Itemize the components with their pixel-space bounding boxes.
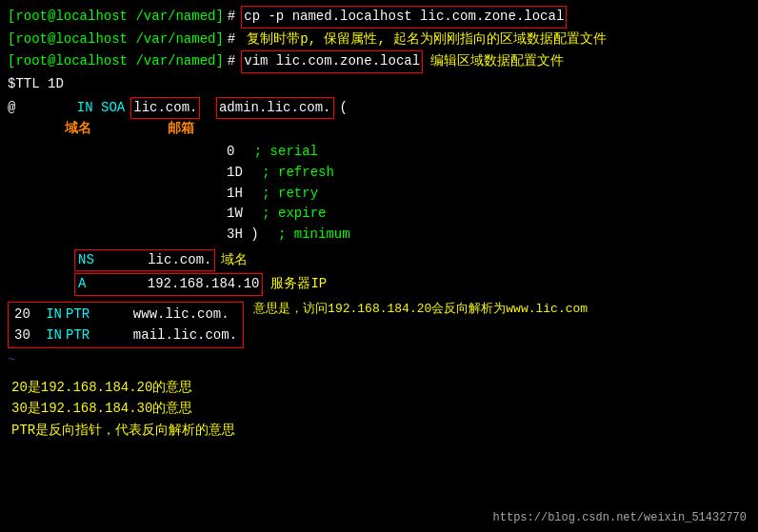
comment-2: 复制时带p, 保留属性, 起名为刚刚指向的区域数据配置文件 [247, 30, 607, 50]
terminal-window: [root@localhost /var/named] # cp -p name… [0, 0, 758, 446]
soa-line: @ IN SOA lic.com. admin.lic.com. ( [8, 97, 750, 120]
ns-value: lic.com. [148, 252, 211, 267]
minimum-num: 3H ) [227, 227, 259, 242]
hash-2: # [228, 30, 235, 50]
hash-3: # [228, 51, 235, 72]
soa-space [204, 98, 211, 119]
expire-row: 1W ; expire [227, 204, 750, 225]
exp-line-3: PTR是反向指针，代表反向解析的意思 [11, 420, 750, 441]
soa-email: admin.lic.com. [216, 97, 334, 120]
ptr-space-2a [34, 325, 42, 346]
minimum-row: 3H ) ; minimum [227, 225, 750, 246]
line-cmd3: [root@localhost /var/named] # vim lic.co… [8, 50, 750, 73]
a-value: 192.168.184.10 [148, 276, 260, 291]
ptr-in-2: IN [46, 325, 62, 346]
ptr-line-1: 20 IN PTR www.lic.com. [14, 305, 237, 325]
serial-num: 0 [227, 144, 234, 159]
retry-comment: ; retry [262, 186, 318, 201]
cmd-highlight-1: cp -p named.localhost lic.com.zone.local [241, 6, 567, 29]
prompt-2: [root@localhost /var/named] [8, 30, 224, 50]
ptr-in-1: IN [46, 305, 62, 325]
prompt-1: [root@localhost /var/named] [8, 7, 224, 28]
ptr-space-2b [97, 325, 130, 346]
soa-keyword: IN SOA [77, 98, 125, 119]
ns-keyword-box: NS lic.com. [74, 249, 215, 272]
label-mailbox: 邮箱 [168, 119, 194, 140]
ptr-line-2: 30 IN PTR mail.lic.com. [14, 325, 237, 346]
tilde: ~ [8, 350, 15, 371]
ptr-num-2: 30 [14, 325, 30, 346]
soa-tab [23, 98, 70, 119]
cmd-highlight-3: vim lic.com.zone.local [241, 50, 423, 73]
label-row: 域名 邮箱 [65, 119, 750, 140]
soa-paren: ( [340, 98, 348, 119]
ns-keyword: NS [78, 252, 94, 267]
retry-num: 1H [227, 186, 243, 201]
comment-3: 编辑区域数据配置文件 [430, 51, 564, 72]
data-block: NS lic.com. 域名 A 192.168.184.10 服务器IP [74, 249, 750, 296]
ns-label: 域名 [221, 250, 248, 271]
retry-row: 1H ; retry [227, 184, 750, 205]
refresh-comment: ; refresh [262, 165, 334, 180]
ptr-space-1a [34, 305, 42, 325]
serial-row: 0 ; serial [227, 142, 750, 163]
line-cmd1: [root@localhost /var/named] # cp -p name… [8, 6, 750, 29]
prompt-3: [root@localhost /var/named] [8, 51, 224, 72]
refresh-row: 1D ; refresh [227, 163, 750, 184]
ptr-val-1: www.lic.com. [133, 305, 229, 325]
ptr-kw-2: PTR [66, 325, 90, 346]
serial-comment: ; serial [254, 144, 318, 159]
footer-url: https://blog.csdn.net/weixin_51432770 [493, 511, 747, 524]
label-domain: 域名 [65, 119, 91, 140]
a-line: A 192.168.184.10 服务器IP [74, 273, 750, 296]
ptr-val-2: mail.lic.com. [133, 325, 237, 346]
expire-num: 1W [227, 206, 243, 221]
explanations-block: 20是192.168.184.20的意思 30是192.168.184.30的意… [8, 377, 750, 441]
ptr-block: 20 IN PTR www.lic.com. 30 IN PTR mail.li… [8, 302, 244, 348]
a-keyword: A [78, 276, 86, 291]
refresh-num: 1D [227, 165, 243, 180]
soa-at: @ [8, 98, 15, 119]
minimum-comment: ; minimum [278, 227, 350, 242]
a-keyword-box: A 192.168.184.10 [74, 273, 263, 296]
ptr-num-1: 20 [14, 305, 30, 325]
line-cmd2: [root@localhost /var/named] # 复制时带p, 保留属… [8, 30, 750, 50]
ptr-kw-1: PTR [66, 305, 90, 325]
hash-1: # [228, 7, 235, 28]
a-label: 服务器IP [270, 274, 327, 295]
ttl-line: $TTL 1D [8, 74, 750, 95]
exp-line-1: 20是192.168.184.20的意思 [11, 377, 750, 398]
ttl-text: $TTL 1D [8, 74, 64, 95]
expire-comment: ; expire [262, 206, 326, 221]
tilde-line: ~ [8, 350, 750, 371]
exp-line-2: 30是192.168.184.30的意思 [11, 398, 750, 419]
soa-domain: lic.com. [130, 97, 200, 120]
ptr-comment-1: 意思是，访问192.168.184.20会反向解析为www.lic.com [253, 300, 588, 319]
ptr-space-1b [97, 305, 130, 325]
ns-line: NS lic.com. 域名 [74, 249, 750, 272]
ptr-section: 20 IN PTR www.lic.com. 30 IN PTR mail.li… [8, 300, 750, 348]
